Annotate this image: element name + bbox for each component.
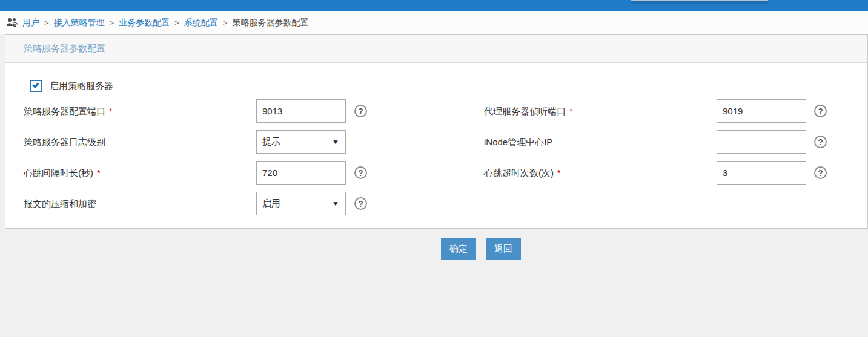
help-icon[interactable]: ? [354, 105, 367, 117]
inode-center-ip-input[interactable] [717, 130, 806, 154]
proxy-listen-port-label: 代理服务器侦听端口* [484, 99, 572, 123]
chevron-down-icon: ▼ [332, 139, 339, 145]
packet-compress-encrypt-label-text: 报文的压缩和加密 [24, 198, 96, 209]
packet-compress-encrypt-label: 报文的压缩和加密 [24, 192, 96, 216]
breadcrumb-separator: > [110, 18, 114, 27]
enable-policy-server-checkbox[interactable] [30, 80, 42, 92]
log-level-selected-value: 提示 [262, 136, 280, 148]
breadcrumb-link-service-params[interactable]: 业务参数配置 [119, 18, 170, 28]
inode-center-ip-label: iNode管理中心IP [484, 130, 552, 154]
top-bar [0, 0, 868, 11]
help-icon[interactable]: ? [354, 166, 367, 179]
help-icon[interactable]: ? [814, 136, 827, 148]
heartbeat-timeout-count-input[interactable] [717, 161, 806, 185]
action-button-bar: 确定 返回 [441, 238, 521, 260]
help-icon[interactable]: ? [814, 166, 827, 179]
log-level-label: 策略服务器日志级别 [24, 130, 105, 154]
heartbeat-interval-label-text: 心跳间隔时长(秒) [24, 168, 93, 178]
proxy-listen-port-label-text: 代理服务器侦听端口 [484, 106, 566, 116]
ok-button[interactable]: 确定 [441, 238, 476, 260]
form-row-3: 心跳间隔时长(秒)* ? 心跳超时次数(次)* ? [5, 161, 867, 185]
required-asterisk: * [109, 106, 112, 116]
log-level-label-text: 策略服务器日志级别 [24, 137, 105, 147]
breadcrumb-link-users[interactable]: 用户 [22, 18, 39, 28]
back-button[interactable]: 返回 [486, 238, 521, 260]
required-asterisk: * [569, 106, 572, 116]
enable-policy-server-row: 启用策略服务器 [30, 79, 113, 93]
breadcrumb-separator: > [44, 18, 49, 27]
log-level-select[interactable]: 提示 ▼ [256, 130, 346, 154]
panel-header: 策略服务器参数配置 [5, 35, 867, 63]
users-gear-icon [6, 18, 18, 28]
packet-compress-encrypt-select[interactable]: 启用 ▼ [256, 192, 346, 215]
form-row-2: 策略服务器日志级别 提示 ▼ iNode管理中心IP ? [5, 130, 867, 154]
help-icon[interactable]: ? [814, 105, 827, 117]
breadcrumb: 用户 > 接入策略管理 > 业务参数配置 > 系统配置 > 策略服务器参数配置 [0, 11, 868, 34]
check-icon [32, 81, 39, 88]
help-icon[interactable]: ? [354, 197, 367, 210]
heartbeat-interval-label: 心跳间隔时长(秒)* [24, 161, 100, 185]
form-row-4: 报文的压缩和加密 启用 ▼ ? [5, 192, 867, 216]
topbar-overlay-strip [631, 0, 768, 4]
heartbeat-timeout-count-label-text: 心跳超时次数(次) [484, 168, 554, 178]
required-asterisk: * [557, 168, 560, 178]
page-title: 策略服务器参数配置 [24, 43, 105, 54]
breadcrumb-link-system-config[interactable]: 系统配置 [184, 18, 218, 28]
policy-server-config-panel: 策略服务器参数配置 启用策略服务器 策略服务器配置端口* ? 代理服务器侦听端口… [5, 34, 868, 229]
panel-body: 启用策略服务器 策略服务器配置端口* ? 代理服务器侦听端口* ? 策略服务器日… [5, 63, 867, 227]
chevron-down-icon: ▼ [332, 200, 339, 207]
heartbeat-interval-input[interactable] [256, 161, 346, 185]
breadcrumb-current-page: 策略服务器参数配置 [232, 18, 308, 28]
proxy-listen-port-input[interactable] [717, 99, 806, 123]
config-port-label: 策略服务器配置端口* [24, 99, 112, 123]
config-port-input[interactable] [256, 99, 346, 123]
breadcrumb-separator: > [174, 18, 179, 27]
config-port-label-text: 策略服务器配置端口 [24, 106, 105, 116]
breadcrumb-separator: > [223, 18, 228, 27]
required-asterisk: * [97, 168, 100, 178]
heartbeat-timeout-count-label: 心跳超时次数(次)* [484, 161, 560, 185]
packet-compress-encrypt-selected-value: 启用 [262, 198, 280, 209]
form-row-1: 策略服务器配置端口* ? 代理服务器侦听端口* ? [5, 99, 867, 123]
inode-center-ip-label-text: iNode管理中心IP [484, 137, 552, 147]
breadcrumb-link-access-policy[interactable]: 接入策略管理 [54, 18, 105, 28]
enable-policy-server-label: 启用策略服务器 [50, 80, 113, 92]
